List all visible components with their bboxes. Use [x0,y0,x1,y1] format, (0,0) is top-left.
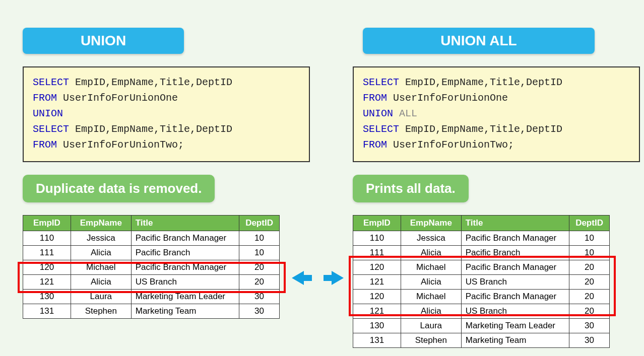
union-column: UNION SELECT EmpID,EmpName,Title,DeptID … [23,0,310,319]
table-row: 120 Michael Pacific Branch Manager 20 [353,260,610,275]
unionall-sql: SELECT EmpID,EmpName,Title,DeptID FROM U… [353,66,640,162]
table-row: 131 Stephen Marketing Team 30 [23,304,280,319]
table-header-row: EmpID EmpName Title DeptID [353,216,610,231]
header-deptid: DeptID [239,216,280,231]
header-empid: EmpID [23,216,71,231]
table-row: 111 Alicia Pacific Branch 10 [23,246,280,260]
header-title: Title [461,216,569,231]
union-note: Duplicate data is removed. [23,175,215,202]
table-row: 111 Alicia Pacific Branch 10 [353,246,610,260]
table-row: 110 Jessica Pacific Branch Manager 10 [353,231,610,246]
union-pill: UNION [23,28,184,54]
table-row: 130 Laura Marketing Team Leader 30 [23,290,280,304]
table-row: 121 Alicia US Branch 20 [353,304,610,319]
table-row: 121 Alicia US Branch 20 [353,275,610,290]
header-empname: EmpName [71,216,131,231]
arrow-left-icon [290,268,314,288]
union-result-table: EmpID EmpName Title DeptID 110 Jessica P… [23,215,280,319]
table-row: 131 Stephen Marketing Team 30 [353,333,610,348]
union-sql: SELECT EmpID,EmpName,Title,DeptID FROM U… [23,66,310,162]
table-header-row: EmpID EmpName Title DeptID [23,216,280,231]
unionall-column: UNION ALL SELECT EmpID,EmpName,Title,Dep… [353,0,640,348]
header-empid: EmpID [353,216,401,231]
table-row: 110 Jessica Pacific Branch Manager 10 [23,231,280,246]
table-row: 130 Laura Marketing Team Leader 30 [353,319,610,333]
unionall-pill: UNION ALL [363,28,595,54]
header-title: Title [131,216,239,231]
table-row: 120 Michael Pacific Branch Manager 20 [23,260,280,275]
unionall-note: Prints all data. [353,175,469,202]
table-row: 121 Alicia US Branch 20 [23,275,280,290]
unionall-result-table: EmpID EmpName Title DeptID 110 Jessica P… [353,215,610,348]
header-deptid: DeptID [569,216,610,231]
table-row: 120 Michael Pacific Branch Manager 20 [353,290,610,304]
header-empname: EmpName [401,216,461,231]
arrow-right-icon [321,268,346,288]
